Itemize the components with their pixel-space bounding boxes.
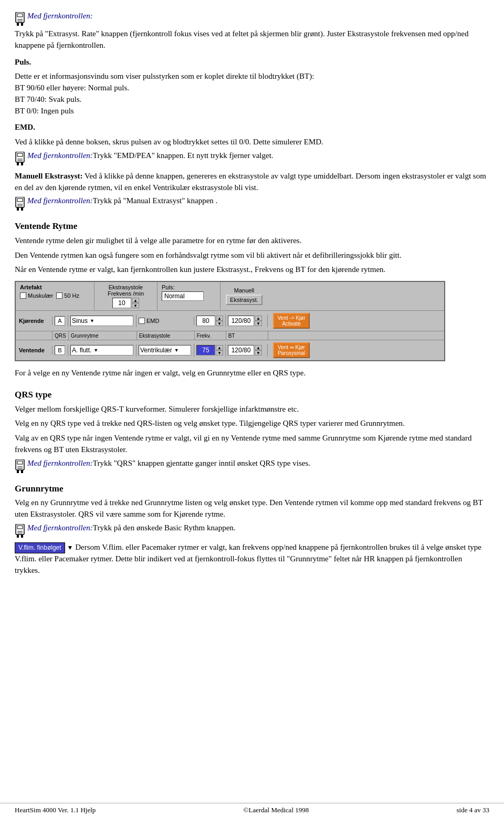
kjoerende-bt-spinbox[interactable]: 120/80 ▲ ▼ (228, 316, 262, 326)
kjoerende-frekv-spinbox[interactable]: 80 ▲ ▼ (196, 316, 223, 326)
kjoerende-bt-down[interactable]: ▼ (255, 321, 262, 326)
puls-value-display: Normal (162, 291, 204, 301)
remote-block-3: Med fjernkontrollen: Trykk på "Manual Ex… (15, 196, 487, 211)
svg-rect-11 (21, 162, 23, 165)
vflim-dropdown-arrow[interactable]: ▼ (67, 544, 74, 551)
ekstrasystole-label-top: Ekstrasystole (109, 284, 143, 290)
bt-sub-label: BT (228, 333, 235, 339)
hz-checkbox[interactable] (56, 292, 62, 299)
ventende-frekv-spinbox[interactable]: 75 ▲ ▼ (196, 345, 223, 355)
frekvens-up-arrow[interactable]: ▲ (132, 298, 139, 303)
svg-rect-25 (17, 526, 23, 529)
ventende-bt-spinbox[interactable]: 120/80 ▲ ▼ (228, 345, 262, 355)
ventende-para-3: Når en Ventende rytme er valgt, kan fjer… (15, 264, 487, 276)
frekv-sub-label: Frekv. (197, 333, 211, 339)
vflim-button[interactable]: V.flim. finbølget (15, 542, 65, 553)
ventende-bt-value: 120/80 (228, 345, 254, 355)
after-panel-text: For å velge en ny Ventende rytme når ing… (15, 368, 487, 379)
remote-body-3: Trykk på "Manual Extrasyst" knappen . (93, 196, 218, 205)
manuell-para: Manuell Ekstrasyst: Ved å klikke på denn… (15, 171, 487, 194)
ventrikulaer-dropdown-arrow: ▼ (174, 348, 179, 353)
ekstrasystole-sub-label: Ekstrasystole (139, 333, 170, 339)
qrs-para-3: Valg av en QRS type når ingen Ventende r… (15, 433, 487, 456)
page-content: Med fjernkontrollen: Trykk på "Extrasyst… (15, 12, 487, 576)
grunnrytme-para-1: Velg en ny Grunnrytme ved å trekke ned G… (15, 497, 487, 520)
vent-kjor-button[interactable]: Vent -> Kjør Activate (273, 313, 310, 329)
ventende-section-label: Ventende (19, 347, 45, 353)
ventende-bt-down[interactable]: ▼ (255, 350, 262, 355)
remote-icon-1 (15, 12, 25, 26)
frekvens-spinbox[interactable]: 10 ▲ ▼ (112, 298, 139, 308)
muskulaer-checkbox[interactable] (20, 292, 26, 299)
grunnrytme-sub-label: Grunnrytme (71, 333, 99, 339)
qrs-para-1: Velger mellom forskjellige QRS-T kurvefo… (15, 404, 487, 415)
remote-text-3: Med fjernkontrollen: (27, 196, 93, 205)
kjoerende-frekv-value: 80 (196, 316, 215, 326)
svg-rect-13 (17, 198, 23, 202)
kjoerende-section-label: Kjørende (19, 318, 44, 324)
ventrikulaer-dropdown[interactable]: Ventrikulær ▼ (139, 345, 191, 355)
hz-label: 50 Hz (64, 292, 79, 299)
frekvens-label: Frekvens /min (108, 290, 144, 297)
ventende-para-2: Den Ventende rytmen kan også fungere som… (15, 250, 487, 261)
remote-block-2: Med fjernkontrollen: Trykk "EMD/PEA" kna… (15, 151, 487, 165)
ventende-frekv-up[interactable]: ▲ (216, 345, 223, 350)
grunnrytme-heading: Grunnrytme (15, 483, 487, 496)
sinus-dropdown[interactable]: Sinus ▼ (70, 316, 133, 326)
qrs-para-2: Velg en ny QRS type ved å trekke ned QRS… (15, 418, 487, 430)
remote-body-qrs: Trykk "QRS" knappen gjentatte ganger inn… (93, 459, 310, 468)
remote-text-1: Med fjernkontrollen: (27, 12, 93, 20)
remote-text-2: Med fjernkontrollen: (27, 151, 93, 160)
remote-icon-3 (15, 197, 25, 211)
footer-title: HeartSim 4000 Ver. 1.1 Hjelp (15, 806, 96, 814)
remote-icon-qrs (15, 459, 25, 473)
svg-rect-23 (21, 470, 23, 473)
emd-heading: EMD. (15, 122, 487, 133)
vent-kjor-paroxysmal-button[interactable]: Vent ⇔ Kjør Paroxysmal (273, 342, 310, 358)
intro-para-1: Trykk på "Extrasyst. Rate" knappen (fjer… (15, 28, 487, 51)
svg-rect-17 (21, 207, 23, 211)
artefakt-label: Artefakt (20, 284, 90, 290)
manuell-label: Manuell (234, 287, 255, 294)
remote-body-grunnrytme: Trykk på den ønskede Basic Rythm knappen… (93, 523, 236, 532)
kjoerende-frekv-down[interactable]: ▼ (216, 321, 223, 326)
emd-label-sim: EMD (146, 318, 159, 324)
svg-rect-10 (17, 162, 19, 165)
svg-rect-4 (17, 23, 19, 26)
svg-rect-28 (17, 535, 19, 538)
qrs-sub-label: QRS (55, 333, 66, 339)
sim-panel: Artefakt Muskulær 50 Hz Ekstrasystole Fr… (15, 281, 445, 361)
emd-checkbox[interactable] (139, 318, 145, 324)
kjoerende-frekv-up[interactable]: ▲ (216, 316, 223, 321)
remote-block-1: Med fjernkontrollen: (15, 12, 487, 26)
a-flutt-dropdown[interactable]: A. flutt. ▼ (70, 345, 133, 355)
footer-page: side 4 av 33 (457, 806, 489, 814)
puls-heading: Puls. (15, 57, 487, 68)
svg-rect-7 (17, 153, 23, 156)
remote-body-2: Trykk "EMD/PEA" knappen. Et nytt trykk f… (93, 151, 274, 160)
svg-rect-19 (17, 461, 23, 464)
remote-icon-2 (15, 152, 25, 165)
ventende-para-1: Ventende rytme delen gir mulighet til å … (15, 235, 487, 247)
page-footer: HeartSim 4000 Ver. 1.1 Hjelp ©Laerdal Me… (0, 803, 504, 817)
ventende-bt-up[interactable]: ▲ (255, 345, 262, 350)
puls-body: Dette er et informasjonsvindu som viser … (15, 71, 487, 117)
sinus-dropdown-arrow: ▼ (90, 318, 94, 323)
vflim-body-text: Dersom V.flim. eller Pacemaker rytmer er… (15, 543, 481, 574)
svg-rect-1 (17, 14, 23, 17)
remote-block-grunnrytme: Med fjernkontrollen: Trykk på den ønsked… (15, 523, 487, 538)
muskulaer-label: Muskulær (28, 292, 53, 299)
footer-copyright: ©Laerdal Medical 1998 (244, 806, 309, 814)
kjoerende-bt-value: 120/80 (228, 316, 254, 326)
vflim-para: V.flim. finbølget▼ Dersom V.flim. eller … (15, 542, 487, 577)
manuell-ekstrasyst-button[interactable]: Ekstrasyst. (226, 295, 262, 305)
remote-icon-grunnrytme (15, 524, 25, 538)
frekvens-down-arrow[interactable]: ▼ (132, 303, 139, 308)
svg-rect-29 (21, 535, 23, 538)
kjoerende-bt-up[interactable]: ▲ (255, 316, 262, 321)
remote-text-grunnrytme: Med fjernkontrollen: (27, 523, 93, 532)
ventende-frekv-down[interactable]: ▼ (216, 350, 223, 355)
svg-rect-22 (17, 470, 19, 473)
ventende-frekv-value: 75 (196, 345, 215, 355)
ventende-id: B (55, 345, 65, 355)
